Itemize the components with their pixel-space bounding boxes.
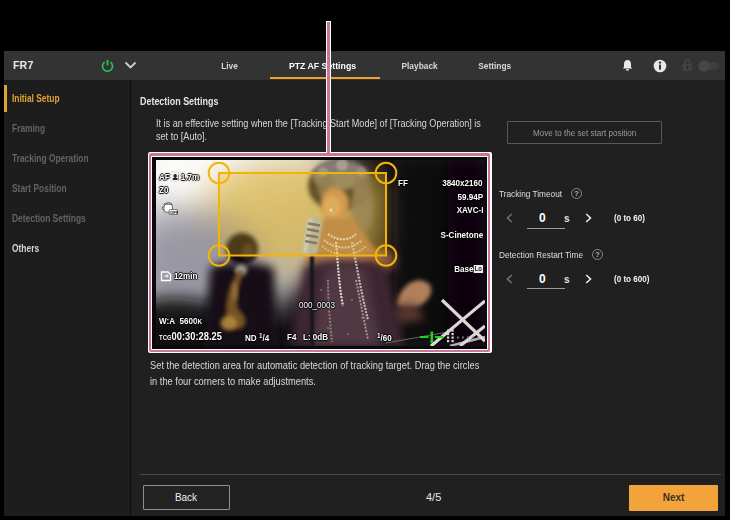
svg-text:OFF: OFF [169, 210, 177, 215]
